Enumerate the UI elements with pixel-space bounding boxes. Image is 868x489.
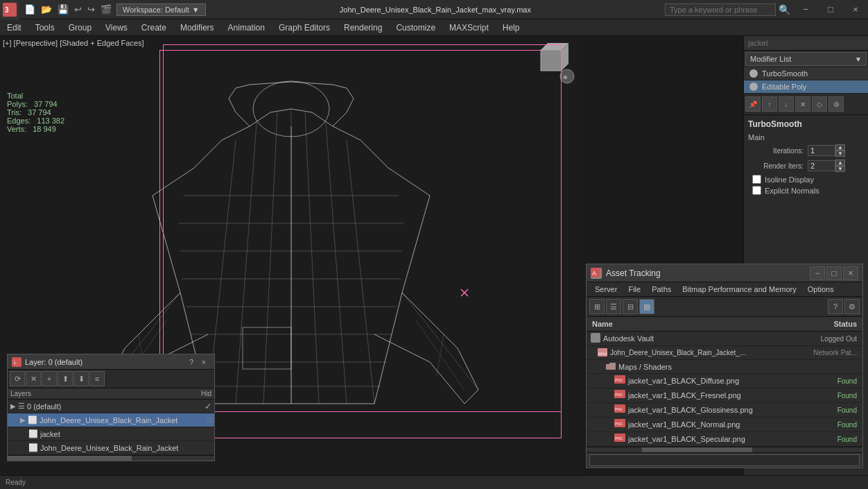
scene-icon[interactable]: 🎬 [98, 3, 114, 15]
search-icon[interactable]: 🔍 [776, 4, 793, 15]
at-table-icon[interactable]: ⊟ [623, 299, 638, 314]
at-row-file[interactable]: MAX John_Deere_Unisex_Black_Rain_Jacket_… [587, 346, 862, 360]
at-close-button[interactable]: × [843, 266, 858, 280]
at-row-fresnel[interactable]: PNG jacket_var1_BLACK_Fresnel.png Found [587, 388, 862, 403]
menu-modifiers[interactable]: Modifiers [173, 21, 221, 35]
at-menu-bitmap[interactable]: Bitmap Performance and Memory [677, 284, 801, 295]
svg-line-26 [402, 293, 478, 390]
layers-delete-icon[interactable]: ✕ [26, 371, 41, 386]
layers-help-button[interactable]: ? [185, 356, 198, 368]
at-menu-file[interactable]: File [623, 284, 646, 295]
at-menu-options[interactable]: Options [802, 284, 840, 295]
layers-move-up-icon[interactable]: ⬆ [58, 371, 73, 386]
at-row-diffuse[interactable]: PNG jacket_var1_BLACK_Diffuse.png Found [587, 374, 862, 388]
make-unique-icon[interactable]: ◇ [812, 96, 827, 112]
object-search-input[interactable] [744, 36, 868, 51]
svg-rect-37 [591, 333, 600, 343]
redo-icon[interactable]: ↪ [85, 3, 97, 15]
at-maximize-button[interactable]: □ [826, 266, 842, 280]
layer-item-jacket-object[interactable]: ▶ ⬜ John_Deere_Unisex_Black_Rain_Jacket … [8, 413, 214, 427]
menu-edit[interactable]: Edit [0, 21, 28, 35]
spinner-up-icon[interactable]: ▲ [835, 160, 845, 166]
at-scrollbar[interactable] [587, 447, 862, 452]
layer-expand-icon[interactable]: ▶ [10, 402, 16, 410]
undo-icon[interactable]: ↩ [72, 3, 84, 15]
pin-icon[interactable]: 📌 [745, 96, 761, 112]
layer-expand-icon[interactable]: ▶ [20, 416, 26, 424]
layers-titlebar: L Layer: 0 (default) ? × [8, 354, 214, 370]
max-file-icon: MAX [598, 348, 607, 358]
at-row-vault[interactable]: Autodesk Vault Logged Out [587, 332, 862, 346]
menu-help[interactable]: Help [496, 21, 527, 35]
asset-tracking-table: Name Status Autodesk Vault Logged Out MA… [587, 317, 862, 447]
chevron-down-icon: ▼ [192, 6, 200, 14]
menu-customize[interactable]: Customize [389, 21, 442, 35]
at-list-icon[interactable]: ☰ [606, 299, 621, 314]
layers-add-icon[interactable]: + [42, 371, 57, 386]
configure-icon[interactable]: ⚙ [828, 96, 844, 112]
menu-maxscript[interactable]: MAXScript [442, 21, 496, 35]
at-menu-paths[interactable]: Paths [646, 284, 677, 295]
layers-close-button[interactable]: × [198, 356, 210, 368]
close-button[interactable]: × [843, 0, 868, 19]
layers-name-header: Layers [10, 390, 191, 397]
workspace-button[interactable]: Workspace: Default ▼ [116, 3, 206, 16]
at-menu-server[interactable]: Server [589, 284, 623, 295]
new-icon[interactable]: 📄 [22, 3, 37, 15]
move-up-modifier-icon[interactable]: ↑ [762, 96, 777, 112]
png-glossiness-icon: PNG [614, 404, 625, 415]
at-minimize-button[interactable]: − [810, 266, 825, 280]
at-row-specular[interactable]: PNG jacket_var1_BLACK_Specular.png Found [587, 432, 862, 447]
at-row-normal-status: Found [800, 421, 862, 429]
layers-settings-icon[interactable]: ≡ [89, 371, 105, 386]
open-icon[interactable]: 📂 [39, 3, 54, 15]
layers-refresh-icon[interactable]: ⟳ [10, 371, 25, 386]
menu-create[interactable]: Create [134, 21, 173, 35]
navigation-cube[interactable]: ⊕ [534, 43, 575, 85]
save-icon[interactable]: 💾 [55, 3, 71, 15]
svg-text:PNG: PNG [615, 436, 623, 440]
explicit-normals-checkbox[interactable] [752, 186, 761, 195]
at-settings-icon[interactable]: ⚙ [844, 299, 860, 314]
menu-rendering[interactable]: Rendering [337, 21, 389, 35]
delete-modifier-icon[interactable]: ✕ [795, 96, 810, 112]
layer-item-default[interactable]: ▶ ☰ 0 (default) ✓ [8, 400, 214, 413]
menu-tools[interactable]: Tools [28, 21, 62, 35]
at-row-maps[interactable]: Maps / Shaders [587, 360, 862, 374]
at-row-normal[interactable]: PNG jacket_var1_BLACK_Normal.png Found [587, 418, 862, 432]
spinner-down-icon[interactable]: ▼ [835, 151, 845, 157]
at-active-table-icon[interactable]: ▦ [639, 299, 654, 314]
layers-move-down-icon[interactable]: ⬇ [73, 371, 89, 386]
spinner-down-icon[interactable]: ▼ [835, 166, 845, 172]
at-path-input[interactable] [589, 454, 860, 466]
modifier-turbosmooth[interactable]: TurboSmooth [744, 67, 868, 80]
at-help-icon[interactable]: ? [828, 299, 843, 314]
search-input[interactable] [665, 3, 776, 16]
menu-group[interactable]: Group [62, 21, 98, 35]
iterations-input[interactable] [808, 145, 835, 156]
modifier-bulb-icon[interactable] [749, 69, 758, 78]
layers-scrollbar[interactable] [8, 455, 214, 461]
at-row-glossiness[interactable]: PNG jacket_var1_BLACK_Glossiness.png Fou… [587, 403, 862, 418]
modifier-bulb-icon[interactable] [749, 83, 758, 91]
modifier-list-dropdown[interactable]: Modifier List ▼ [745, 52, 867, 66]
spinner-up-icon[interactable]: ▲ [835, 144, 845, 151]
isoline-checkbox[interactable] [752, 175, 761, 184]
render-iters-spinner[interactable]: ▲ ▼ [835, 160, 845, 172]
menu-graph-editors[interactable]: Graph Editors [272, 21, 337, 35]
menu-animation[interactable]: Animation [221, 21, 272, 35]
layers-scrollbar-thumb[interactable] [8, 456, 132, 461]
modifier-editable-poly[interactable]: Editable Poly [744, 80, 868, 94]
minimize-button[interactable]: − [793, 0, 818, 19]
move-down-modifier-icon[interactable]: ↓ [779, 96, 794, 112]
status-message: Ready [6, 479, 26, 486]
menu-views[interactable]: Views [98, 21, 134, 35]
render-iters-input[interactable] [808, 160, 835, 171]
iterations-spinner[interactable]: ▲ ▼ [835, 144, 845, 157]
at-row-normal-name: jacket_var1_BLACK_Normal.png [628, 420, 740, 429]
at-scrollbar-thumb[interactable] [642, 447, 752, 452]
layer-item-jacket-sub2[interactable]: ⬜ John_Deere_Unisex_Black_Rain_Jacket [8, 441, 214, 455]
at-grid-icon[interactable]: ⊞ [589, 299, 605, 314]
layer-item-jacket-sub[interactable]: ⬜ jacket [8, 427, 214, 441]
maximize-button[interactable]: □ [818, 0, 843, 19]
